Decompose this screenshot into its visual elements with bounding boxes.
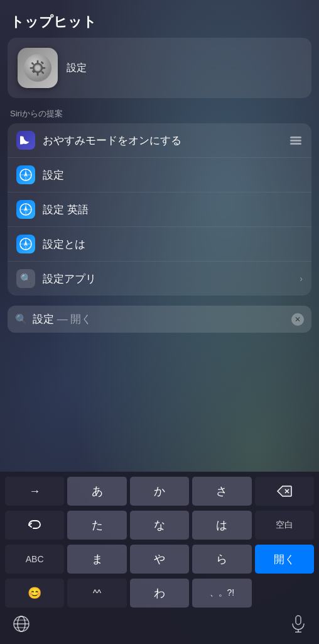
key-a[interactable]: あ [67,477,126,506]
suggestion-item-4[interactable]: 設定とは [8,227,311,262]
suggestion-item-2[interactable]: 設定 [8,158,311,192]
key-space[interactable]: 空白 [255,511,314,540]
moon-icon [16,131,35,150]
svg-rect-3 [30,67,33,69]
search-query: 設定 [33,313,54,325]
key-ya[interactable]: や [130,545,189,574]
suggestion-text-1: おやすみモードをオンにする [43,133,281,148]
key-caret[interactable]: ^^ [67,579,126,608]
suggestion-text-5: 設定アプリ [43,272,292,286]
keyboard-row-1: → あ か さ [3,477,316,506]
suggestions-list: おやすみモードをオンにする 設定 [8,123,311,296]
safari-icon-3 [16,235,35,253]
search-clear-button[interactable]: ✕ [291,313,304,326]
keyboard-row-4: 😊 ^^ わ 、。?! [3,579,316,608]
key-empty [255,579,314,608]
key-abc[interactable]: ABC [5,545,64,574]
chevron-right-icon: › [300,274,303,284]
globe-icon[interactable] [13,615,30,636]
search-icon-small: 🔍 [16,269,35,288]
top-hit-title: トップヒット [8,13,311,31]
siri-suggestions-title: Siriからの提案 [8,108,311,119]
mic-icon[interactable] [290,615,306,636]
layers-icon [289,133,303,147]
keyboard-row-2: た な は 空白 [3,511,316,540]
key-ra[interactable]: ら [192,545,251,574]
key-emoji[interactable]: 😊 [5,579,64,608]
search-hint: — 開く [54,313,92,325]
top-hit-app-name: 設定 [67,62,87,75]
svg-rect-1 [37,60,39,64]
key-na[interactable]: な [130,511,189,540]
keyboard: → あ か さ た な [0,472,319,644]
key-wa[interactable]: わ [130,579,189,608]
key-undo[interactable] [5,511,64,540]
key-ha[interactable]: は [192,511,251,540]
suggestion-text-3: 設定 英語 [43,203,303,217]
safari-icon-1 [16,165,35,184]
search-bar[interactable]: 🔍 設定 — 開く ✕ [8,306,311,333]
key-ta[interactable]: た [67,511,126,540]
top-hit-card[interactable]: 設定 [8,38,311,98]
key-punctuation[interactable]: 、。?! [192,579,251,608]
search-field-text[interactable]: 設定 — 開く [33,312,286,326]
suggestion-text-4: 設定とは [43,237,303,252]
search-magnify-icon: 🔍 [15,313,28,325]
safari-icon-2 [16,200,35,219]
key-open[interactable]: 開く [255,545,314,574]
key-arrow-right[interactable]: → [5,477,64,506]
suggestion-item-3[interactable]: 設定 英語 [8,192,311,227]
suggestion-text-2: 設定 [43,168,303,182]
svg-rect-2 [37,73,39,76]
suggestion-item-1[interactable]: おやすみモードをオンにする [8,123,311,158]
key-delete[interactable] [255,477,314,506]
key-sa[interactable]: さ [192,477,251,506]
suggestion-item-5[interactable]: 🔍 設定アプリ › [8,262,311,296]
key-ma[interactable]: ま [67,545,126,574]
keyboard-bottom-bar [3,613,316,636]
key-ka[interactable]: か [130,477,189,506]
keyboard-row-3: ABC ま や ら 開く [3,545,316,574]
svg-rect-4 [43,67,46,69]
settings-app-icon [18,48,58,88]
svg-rect-28 [296,616,301,625]
